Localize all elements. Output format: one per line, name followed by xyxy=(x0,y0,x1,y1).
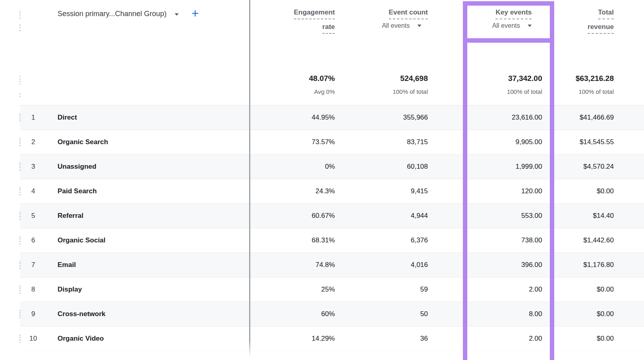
row-rank: 9 xyxy=(20,310,46,318)
engagement-rate-value: 0% xyxy=(250,163,343,171)
chevron-down-icon xyxy=(528,25,532,27)
channel-name: Paid Search xyxy=(46,187,250,195)
key-events-value: 553.00 xyxy=(438,212,552,220)
key-events-value: 9,905.00 xyxy=(438,138,552,146)
table-body: 1 Direct 44.95% 355,966 23,616.00 $41,46… xyxy=(0,106,644,351)
totals-caption: Avg 0% xyxy=(314,88,335,95)
total-revenue-value: $0.00 xyxy=(552,286,644,294)
key-events-value: 23,616.00 xyxy=(438,114,552,122)
column-title[interactable]: Key events xyxy=(495,8,532,19)
totals-number-cell xyxy=(20,44,46,105)
column-title[interactable]: Engagement xyxy=(294,8,335,19)
channel-name: Unassigned xyxy=(46,163,250,171)
dimension-picker-label[interactable]: Session primary...Channel Group) xyxy=(58,10,167,18)
engagement-rate-value: 44.95% xyxy=(250,114,343,122)
key-events-value: 1,999.00 xyxy=(438,163,552,171)
dimension-picker[interactable]: Session primary...Channel Group) + xyxy=(46,0,250,18)
key-events-value: 738.00 xyxy=(438,236,552,244)
header-dimension-cell: Session primary...Channel Group) + xyxy=(46,0,250,44)
cropped-edge-mark xyxy=(19,76,21,85)
total-revenue-value: $41,466.69 xyxy=(552,114,644,122)
engagement-rate-value: 24.3% xyxy=(250,187,343,195)
engagement-rate-value: 25% xyxy=(250,286,343,294)
column-title[interactable]: Total xyxy=(598,8,614,19)
key-events-highlight-box xyxy=(550,1,554,360)
totals-value: 37,342.00 xyxy=(508,74,542,83)
key-events-value: 8.00 xyxy=(438,310,552,318)
channel-name: Referral xyxy=(46,212,250,220)
channel-name: Display xyxy=(46,286,250,294)
engagement-rate-value: 60% xyxy=(250,310,343,318)
row-rank: 3 xyxy=(20,163,46,171)
column-title[interactable]: revenue xyxy=(588,23,614,34)
cropped-edge-mark xyxy=(19,11,21,19)
add-dimension-button[interactable]: + xyxy=(192,10,199,18)
filter-label: All events xyxy=(382,22,410,29)
row-rank: 2 xyxy=(20,138,46,146)
key-events-highlight-box xyxy=(463,38,554,43)
report-table: Session primary...Channel Group) + Engag… xyxy=(0,0,644,360)
totals-key-events: 37,342.00 100% of total xyxy=(438,44,552,105)
totals-caption: 100% of total xyxy=(578,88,614,95)
totals-caption: 100% of total xyxy=(392,88,428,95)
total-revenue-value: $1,176.80 xyxy=(552,261,644,269)
totals-value: 48.07% xyxy=(309,74,335,83)
row-rank: 4 xyxy=(20,187,46,195)
totals-caption: 100% of total xyxy=(507,88,542,95)
event-count-value: 50 xyxy=(343,310,438,318)
channel-name: Cross-network xyxy=(46,310,250,318)
row-rank: 7 xyxy=(20,261,46,269)
event-count-value: 4,016 xyxy=(343,261,438,269)
column-divider xyxy=(249,0,250,360)
event-count-value: 6,376 xyxy=(343,236,438,244)
row-rank: 6 xyxy=(20,236,46,244)
bottom-fade xyxy=(0,340,644,360)
totals-value: 524,698 xyxy=(400,74,428,83)
total-revenue-value: $1,442.60 xyxy=(552,236,644,244)
total-revenue-value: $0.00 xyxy=(552,187,644,195)
key-events-value: 120.00 xyxy=(438,187,552,195)
key-events-value: 396.00 xyxy=(438,261,552,269)
totals-event-count: 524,698 100% of total xyxy=(343,44,438,105)
column-title[interactable]: rate xyxy=(322,23,335,34)
total-revenue-value: $4,570.24 xyxy=(552,163,644,171)
engagement-rate-value: 73.57% xyxy=(250,138,343,146)
event-count-filter-dropdown[interactable]: All events xyxy=(382,22,421,29)
totals-engagement-rate: 48.07% Avg 0% xyxy=(250,44,343,105)
plus-icon: + xyxy=(192,9,199,18)
key-events-highlight-box xyxy=(463,1,554,6)
event-count-value: 4,944 xyxy=(343,212,438,220)
totals-value: $63,216.28 xyxy=(576,74,614,83)
row-rank: 5 xyxy=(20,212,46,220)
totals-dimension-cell xyxy=(46,44,250,105)
engagement-rate-value: 60.67% xyxy=(250,212,343,220)
total-revenue-value: $0.00 xyxy=(552,310,644,318)
cropped-edge-mark xyxy=(19,93,21,97)
engagement-rate-value: 68.31% xyxy=(250,236,343,244)
event-count-value: 60,108 xyxy=(343,163,438,171)
channel-name: Email xyxy=(46,261,250,269)
filter-label: All events xyxy=(492,22,520,29)
row-rank: 1 xyxy=(20,114,46,122)
channel-name: Organic Search xyxy=(46,138,250,146)
event-count-value: 9,415 xyxy=(343,187,438,195)
key-events-value: 2.00 xyxy=(438,286,552,294)
column-title[interactable]: Event count xyxy=(389,8,428,19)
event-count-value: 355,966 xyxy=(343,114,438,122)
event-count-value: 83,715 xyxy=(343,138,438,146)
chevron-down-icon[interactable] xyxy=(175,13,179,16)
chevron-down-icon xyxy=(417,25,421,27)
column-header-event-count[interactable]: Event count All events xyxy=(343,0,438,44)
column-header-total-revenue[interactable]: Total revenue xyxy=(552,0,644,44)
channel-name: Direct xyxy=(46,114,250,122)
engagement-rate-value: 74.8% xyxy=(250,261,343,269)
total-revenue-value: $14,545.55 xyxy=(552,138,644,146)
total-revenue-value: $14.40 xyxy=(552,212,644,220)
column-header-engagement-rate[interactable]: Engagement rate xyxy=(250,0,343,44)
column-header-key-events[interactable]: Key events All events xyxy=(438,0,552,44)
cropped-edge-mark xyxy=(19,24,21,31)
key-events-highlight-box xyxy=(463,1,467,360)
event-count-value: 59 xyxy=(343,286,438,294)
key-events-filter-dropdown[interactable]: All events xyxy=(492,22,532,29)
totals-total-revenue: $63,216.28 100% of total xyxy=(552,44,644,105)
